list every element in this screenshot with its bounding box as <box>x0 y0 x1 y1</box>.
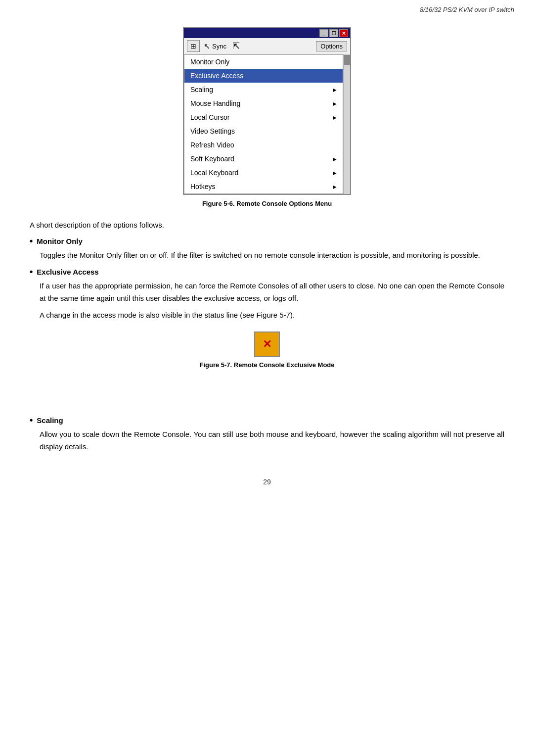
scaling-title: Scaling <box>37 416 63 425</box>
page-footer: 29 <box>0 468 534 496</box>
close-button[interactable]: ✕ <box>339 29 348 37</box>
figure2-container: Figure 5-7. Remote Console Exclusive Mod… <box>0 331 534 380</box>
menu-wrapper: Monitor OnlyExclusive AccessScaling▶Mous… <box>184 54 350 194</box>
window-toolbar: ⊞ ↖ Sync ⇱ Options <box>184 38 350 54</box>
menu-item-scaling[interactable]: Scaling▶ <box>184 83 343 96</box>
submenu-arrow-icon: ▶ <box>333 87 337 93</box>
toolbar-sync-button[interactable]: ↖ Sync <box>204 42 226 51</box>
submenu-arrow-icon: ▶ <box>333 101 337 106</box>
menu-item-label: Mouse Handling <box>190 99 240 107</box>
section-scaling: • Scaling Allow you to scale down the Re… <box>0 415 534 453</box>
exclusive-mode-icon <box>254 331 280 357</box>
menu-item-hotkeys[interactable]: Hotkeys▶ <box>184 180 343 193</box>
sync-label: Sync <box>212 43 226 50</box>
menu-item-refresh-video[interactable]: Refresh Video <box>184 138 343 152</box>
menu-item-monitor-only[interactable]: Monitor Only <box>184 55 343 69</box>
menu-item-label: Video Settings <box>190 127 235 135</box>
scrollbar-thumb[interactable] <box>344 55 350 65</box>
menu-item-label: Monitor Only <box>190 58 229 66</box>
figure2-caption: Figure 5-7. Remote Console Exclusive Mod… <box>199 361 334 369</box>
scaling-body: Allow you to scale down the Remote Conso… <box>30 428 504 453</box>
window-container: _ ❐ ✕ ⊞ ↖ Sync ⇱ Options Monitor OnlyExc… <box>0 27 534 195</box>
monitor-only-body: Toggles the Monitor Only filter on or of… <box>30 249 504 262</box>
bullet-dot-2: • <box>30 267 33 277</box>
intro-text: A short description of the options follo… <box>0 219 534 231</box>
options-button[interactable]: Options <box>316 41 347 51</box>
window-box: _ ❐ ✕ ⊞ ↖ Sync ⇱ Options Monitor OnlyExc… <box>183 27 351 195</box>
bullet-dot-3: • <box>30 415 33 425</box>
cursor-icon: ↖ <box>204 42 210 51</box>
submenu-arrow-icon: ▶ <box>333 156 337 162</box>
menu-item-label: Refresh Video <box>190 141 234 149</box>
toolbar-extra-icon: ⇱ <box>232 41 240 51</box>
menu-item-label: Local Keyboard <box>190 169 238 177</box>
exclusive-access-header: • Exclusive Access <box>30 267 504 277</box>
figure1-caption: Figure 5-6. Remote Console Options Menu <box>0 200 534 207</box>
submenu-arrow-icon: ▶ <box>333 115 337 120</box>
scrollbar-track[interactable] <box>343 54 350 194</box>
menu-item-mouse-handling[interactable]: Mouse Handling▶ <box>184 96 343 110</box>
menu-item-label: Local Cursor <box>190 113 229 121</box>
menu-item-label: Hotkeys <box>190 183 216 190</box>
monitor-only-title: Monitor Only <box>37 237 83 245</box>
menu-item-video-settings[interactable]: Video Settings <box>184 124 343 138</box>
menu-item-soft-keyboard[interactable]: Soft Keyboard▶ <box>184 152 343 166</box>
section-monitor-only: • Monitor Only Toggles the Monitor Only … <box>0 236 534 262</box>
submenu-arrow-icon: ▶ <box>333 184 337 189</box>
exclusive-access-title: Exclusive Access <box>37 268 98 276</box>
menu-item-label: Scaling <box>190 86 213 94</box>
submenu-arrow-icon: ▶ <box>333 170 337 176</box>
restore-button[interactable]: ❐ <box>329 29 338 37</box>
bullet-dot: • <box>30 236 33 246</box>
menu-item-exclusive-access[interactable]: Exclusive Access <box>184 69 343 83</box>
monitor-only-header: • Monitor Only <box>30 236 504 246</box>
exclusive-access-body: If a user has the appropriate permission… <box>30 280 504 305</box>
menu-item-label: Exclusive Access <box>190 72 243 80</box>
menu-item-label: Soft Keyboard <box>190 155 234 163</box>
toolbar-grid-icon[interactable]: ⊞ <box>187 40 200 52</box>
menu-item-local-cursor[interactable]: Local Cursor▶ <box>184 110 343 124</box>
window-titlebar: _ ❐ ✕ <box>184 28 350 38</box>
minimize-button[interactable]: _ <box>319 29 328 37</box>
menu-item-local-keyboard[interactable]: Local Keyboard▶ <box>184 166 343 180</box>
section-exclusive-access: • Exclusive Access If a user has the app… <box>0 267 534 322</box>
options-menu: Monitor OnlyExclusive AccessScaling▶Mous… <box>184 54 343 194</box>
scaling-header: • Scaling <box>30 415 504 425</box>
exclusive-access-body2: A change in the access mode is also visi… <box>30 309 504 322</box>
page-header: 8/16/32 PS/2 KVM over IP switch <box>0 0 534 17</box>
